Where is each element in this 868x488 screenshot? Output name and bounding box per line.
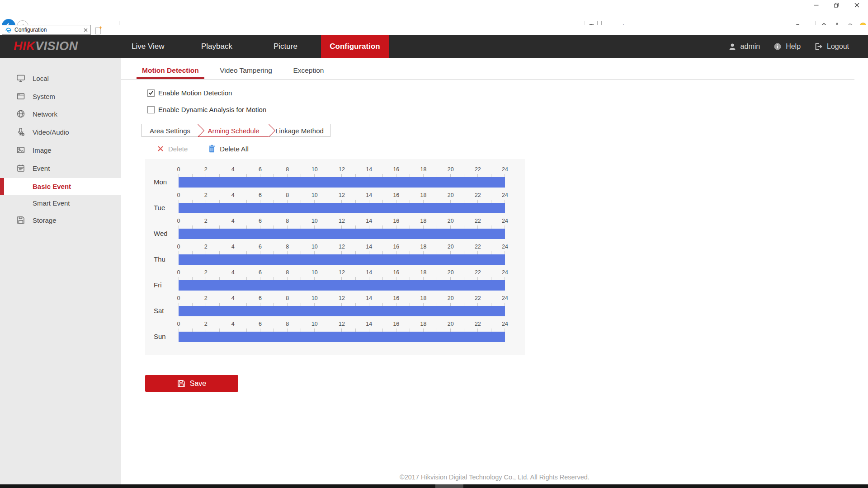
tick-label: 6 (259, 269, 262, 276)
sidebar-item-local[interactable]: Local (0, 69, 121, 87)
tick-label: 22 (475, 321, 481, 327)
sidebar-item-label: Video/Audio (33, 128, 69, 136)
tab-video-tampering[interactable]: Video Tampering (214, 64, 278, 79)
tick-label: 4 (231, 218, 235, 224)
schedule-row: Tue024681012141618202224 (145, 192, 525, 218)
day-label: Sat (154, 307, 164, 314)
sidebar-item-network[interactable]: Network (0, 105, 121, 123)
tick-label: 12 (339, 321, 345, 327)
logout-button[interactable]: Logout (814, 42, 849, 51)
sidebar-item-system[interactable]: System (0, 87, 121, 105)
schedule-track[interactable] (179, 203, 505, 213)
tick-label: 2 (204, 321, 208, 327)
schedule-track[interactable] (179, 229, 505, 239)
restore-button[interactable] (826, 0, 847, 10)
tab-motion-detection[interactable]: Motion Detection (137, 64, 204, 79)
timeline: 024681012141618202224 (179, 244, 505, 265)
sidebar-item-basic-event[interactable]: Basic Event (0, 178, 125, 195)
tab-close-icon[interactable] (84, 28, 88, 32)
copyright-footer: ©2017 Hikvision Digital Technology Co., … (121, 474, 868, 481)
window-titlebar (0, 0, 868, 10)
monitor-icon (16, 74, 25, 83)
help-button[interactable]: Help (774, 42, 801, 51)
close-button[interactable] (847, 0, 867, 10)
tick-label: 20 (448, 295, 454, 301)
subtab-label: Linkage Method (275, 127, 324, 135)
sidebar-item-image[interactable]: Image (0, 141, 121, 159)
delete-all-button[interactable]: Delete All (208, 145, 248, 153)
schedule-track[interactable] (179, 254, 505, 265)
main-tab-bar: Motion Detection Video Tampering Excepti… (121, 64, 854, 80)
taskbar-edge (0, 484, 868, 488)
schedule-bar[interactable] (179, 306, 505, 316)
browser-tab[interactable]: Configuration (2, 25, 91, 35)
checkbox-row-dynamic: Enable Dynamic Analysis for Motion (147, 106, 266, 113)
tick-label: 20 (448, 166, 454, 173)
tick-label: 2 (204, 218, 208, 224)
new-tab-button[interactable] (93, 25, 104, 35)
schedule-bar[interactable] (179, 177, 505, 188)
schedule-row: Thu024681012141618202224 (145, 244, 525, 269)
check-icon (148, 90, 154, 95)
ie-logo-icon (5, 27, 12, 33)
subtab-label: Arming Schedule (208, 127, 259, 135)
schedule-bar[interactable] (179, 203, 505, 213)
subtab-linkage-method[interactable]: Linkage Method (269, 124, 330, 137)
browser-navbar (0, 10, 868, 25)
minimize-button[interactable] (806, 0, 826, 10)
tab-exception[interactable]: Exception (288, 64, 329, 79)
tick-label: 16 (393, 192, 399, 198)
delete-label: Delete (168, 145, 188, 153)
subtab-label: Area Settings (150, 127, 190, 135)
subtab-area-settings[interactable]: Area Settings (142, 124, 198, 137)
sidebar-item-smart-event[interactable]: Smart Event (0, 194, 121, 212)
tick-label: 8 (286, 192, 289, 198)
tick-labels: 024681012141618202224 (179, 166, 505, 174)
sidebar-item-storage[interactable]: Storage (0, 211, 121, 229)
subtab-bar: Area Settings Arming Schedule Linkage Me… (142, 124, 336, 138)
schedule-bar[interactable] (179, 254, 505, 265)
tick-label: 12 (339, 295, 345, 301)
enable-motion-detection-checkbox[interactable] (147, 89, 155, 97)
delete-button[interactable]: Delete (157, 145, 188, 153)
image-icon (16, 145, 25, 155)
user-menu[interactable]: admin (728, 42, 760, 51)
tick-label: 10 (311, 269, 318, 276)
trash-icon (208, 145, 215, 153)
sidebar-item-video-audio[interactable]: Video/Audio (0, 123, 121, 141)
schedule-track[interactable] (179, 280, 505, 291)
tick-labels: 024681012141618202224 (179, 269, 505, 277)
tick-label: 24 (502, 166, 508, 173)
nav-live-view[interactable]: Live View (132, 35, 164, 58)
schedule-bar[interactable] (179, 229, 505, 239)
schedule-track[interactable] (179, 306, 505, 316)
schedule-bar[interactable] (179, 332, 505, 342)
tick-labels: 024681012141618202224 (179, 295, 505, 303)
enable-dynamic-analysis-checkbox[interactable] (147, 106, 155, 113)
schedule-track[interactable] (179, 332, 505, 342)
sidebar: Local System Network Video/Audio Image E… (0, 58, 121, 484)
timeline: 024681012141618202224 (179, 295, 505, 316)
sidebar-item-label: Local (33, 75, 49, 82)
tick-label: 2 (204, 244, 208, 250)
tick-label: 0 (177, 166, 180, 173)
sidebar-item-event[interactable]: Event (0, 159, 121, 177)
nav-configuration[interactable]: Configuration (321, 35, 389, 58)
schedule-bar[interactable] (179, 280, 505, 291)
tick-label: 0 (177, 321, 180, 327)
hour-ruler (179, 277, 505, 280)
schedule-track[interactable] (179, 177, 505, 188)
logout-label: Logout (827, 42, 849, 51)
tick-label: 0 (177, 192, 180, 198)
tick-label: 8 (286, 244, 289, 250)
nav-playback[interactable]: Playback (201, 35, 232, 58)
schedule-row: Mon024681012141618202224 (145, 166, 525, 192)
checkbox-label: Enable Dynamic Analysis for Motion (158, 106, 266, 113)
tick-label: 16 (393, 166, 399, 173)
subtab-arming-schedule[interactable]: Arming Schedule (198, 124, 269, 137)
nav-picture[interactable]: Picture (274, 35, 297, 58)
save-button[interactable]: Save (145, 375, 238, 392)
tick-label: 8 (286, 166, 289, 173)
tick-label: 18 (420, 295, 427, 301)
tick-labels: 024681012141618202224 (179, 244, 505, 251)
